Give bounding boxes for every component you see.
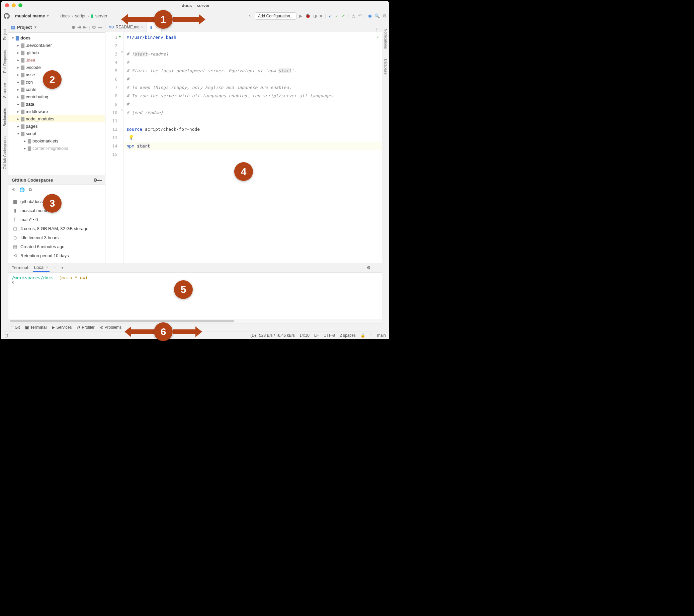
rollback-icon[interactable]: ↶ bbox=[358, 13, 362, 18]
terminal-scrollbar[interactable] bbox=[8, 319, 382, 323]
code-line-8[interactable]: # To run the server with all languages e… bbox=[124, 92, 382, 100]
bottom-tab-git[interactable]: ᚶGit bbox=[11, 325, 20, 330]
tool-window-project[interactable]: Project bbox=[3, 29, 7, 40]
crumb-server[interactable]: server bbox=[95, 13, 107, 18]
tool-window-bookmarks[interactable]: Bookmarks bbox=[3, 108, 7, 126]
code-line-11[interactable] bbox=[124, 117, 382, 125]
search-icon[interactable]: 🔍 bbox=[375, 13, 380, 18]
fold-icon[interactable]: ⊖ bbox=[121, 50, 123, 54]
bottom-tab-profiler[interactable]: ◔Profiler bbox=[77, 325, 94, 330]
intention-bulb-icon[interactable]: 💡 bbox=[128, 135, 134, 140]
tree-node-.devcontainer[interactable]: ▸▇.devcontainer bbox=[8, 41, 105, 49]
code-line-12[interactable]: source script/check-for-node bbox=[124, 125, 382, 133]
close-icon[interactable] bbox=[5, 3, 9, 7]
push-icon[interactable]: ↗ bbox=[341, 13, 345, 18]
add-configuration-button[interactable]: Add Configuration... bbox=[255, 12, 296, 20]
update-icon[interactable]: ✓ bbox=[335, 13, 339, 18]
code-line-9[interactable]: # bbox=[124, 100, 382, 108]
debug-icon[interactable]: 🐞 bbox=[305, 13, 311, 18]
status-bar-icon[interactable]: ▢ bbox=[4, 333, 8, 338]
tree-node-docs[interactable]: ▾▇docs bbox=[8, 34, 105, 41]
build-icon[interactable]: ↖ bbox=[249, 13, 252, 18]
lock-icon[interactable]: 🔒 bbox=[360, 333, 365, 338]
status-indent[interactable]: 2 spaces bbox=[340, 333, 356, 338]
status-caret-pos[interactable]: 14:10 bbox=[299, 333, 310, 338]
refresh-icon[interactable]: ⟲ bbox=[12, 187, 15, 192]
code-line-10[interactable]: # [end-readme] bbox=[124, 108, 382, 117]
code-line-1[interactable]: #!/usr/bin/env bash bbox=[124, 33, 382, 41]
expand-all-icon[interactable]: ⇥ bbox=[77, 25, 81, 30]
new-tab-icon[interactable]: ＋ bbox=[53, 265, 57, 271]
code-line-2[interactable] bbox=[124, 41, 382, 50]
code-area[interactable]: ✓ 💡 #!/usr/bin/env bash# [start-readme]#… bbox=[124, 32, 382, 263]
status-network[interactable]: (D) ↑528 B/s / ↓6.46 kB/s bbox=[250, 333, 295, 338]
status-encoding[interactable]: UTF-8 bbox=[324, 333, 335, 338]
project-dropdown[interactable]: musical meme ▼ bbox=[12, 12, 53, 19]
code-line-15[interactable] bbox=[124, 150, 382, 158]
bottom-tab-services[interactable]: ▶Services bbox=[52, 325, 72, 330]
tree-node-.github[interactable]: ▸▇.github bbox=[8, 49, 105, 56]
panel-settings-icon[interactable]: ⚙ bbox=[93, 178, 97, 183]
code-line-13[interactable] bbox=[124, 133, 382, 142]
terminal-tool-window: Terminal: Local × ＋ ▼ ⚙ — /workspaces/do… bbox=[8, 263, 382, 323]
coverage-icon[interactable]: ◑ bbox=[313, 13, 317, 18]
close-icon[interactable]: × bbox=[141, 25, 143, 29]
crumb-script[interactable]: script bbox=[75, 13, 85, 18]
tool-window-database[interactable]: Database bbox=[384, 59, 388, 75]
tree-node-.vscode[interactable]: ▸▇.vscode bbox=[8, 63, 105, 71]
code-line-14[interactable]: npm start bbox=[124, 142, 382, 150]
hide-icon[interactable]: — bbox=[97, 178, 102, 183]
bottom-tab-terminal[interactable]: ▣Terminal bbox=[25, 325, 47, 330]
panel-settings-icon[interactable]: ⚙ bbox=[92, 25, 96, 30]
tree-node-node_modules[interactable]: ▸▇node_modules bbox=[8, 115, 105, 123]
code-line-6[interactable]: # bbox=[124, 75, 382, 83]
chevron-down-icon[interactable]: ▼ bbox=[60, 266, 64, 269]
fold-icon[interactable]: ⊖ bbox=[121, 108, 123, 112]
tree-node-bookmarklets[interactable]: ▸▇bookmarklets bbox=[8, 137, 105, 145]
globe-icon[interactable]: 🌐 bbox=[19, 187, 25, 192]
copy-icon[interactable]: ⧉ bbox=[29, 187, 32, 192]
tool-window-structure[interactable]: Structure bbox=[3, 83, 7, 98]
tree-node-data[interactable]: ▸▇data bbox=[8, 100, 105, 108]
tree-node-.idea[interactable]: ▸▇.idea bbox=[8, 56, 105, 63]
status-line-ending[interactable]: LF bbox=[314, 333, 319, 338]
maximize-icon[interactable] bbox=[18, 3, 22, 7]
run-gutter-icon[interactable]: ▶ bbox=[119, 34, 121, 38]
chevron-down-icon[interactable]: ▼ bbox=[34, 25, 37, 29]
code-line-4[interactable]: # bbox=[124, 58, 382, 67]
code-line-5[interactable]: # Starts the local development server. E… bbox=[124, 67, 382, 75]
tool-window-github-codespaces[interactable]: GitHub Codespaces bbox=[3, 136, 7, 169]
tree-node-middleware[interactable]: ▸▇middleware bbox=[8, 108, 105, 115]
tool-window-notifications[interactable]: Notifications bbox=[384, 29, 388, 49]
terminal-tab-local[interactable]: Local × bbox=[33, 263, 50, 272]
terminal-body[interactable]: /workspaces/docs (main * u=) $ bbox=[8, 273, 382, 319]
tree-node-pages[interactable]: ▸▇pages bbox=[8, 123, 105, 130]
settings-icon[interactable]: ⚙ bbox=[382, 13, 386, 18]
tabs-more-icon[interactable]: ⋮ bbox=[371, 27, 382, 32]
commit-icon[interactable]: ↙ bbox=[329, 13, 332, 18]
inspection-ok-icon[interactable]: ✓ bbox=[377, 34, 379, 39]
crumb-docs[interactable]: docs bbox=[60, 13, 70, 18]
code-line-7[interactable]: # To keep things snappy, only English an… bbox=[124, 83, 382, 92]
sh-file-icon: ▮ bbox=[150, 25, 152, 29]
panel-settings-icon[interactable]: ⚙ bbox=[367, 265, 371, 270]
code-with-me-icon[interactable]: ◉ bbox=[368, 13, 372, 18]
tree-node-contributing[interactable]: ▸▇contributing bbox=[8, 93, 105, 100]
select-opened-icon[interactable]: ⊕ bbox=[72, 25, 75, 30]
tree-node-content-migrations[interactable]: ▸▇content-migrations bbox=[8, 145, 105, 152]
status-branch[interactable]: main bbox=[377, 333, 386, 338]
code-line-3[interactable]: # [start-readme] bbox=[124, 50, 382, 58]
collapse-all-icon[interactable]: ⇤ bbox=[83, 25, 87, 30]
close-icon[interactable]: × bbox=[46, 265, 49, 270]
minimize-icon[interactable] bbox=[12, 3, 16, 7]
tool-window-pull-requests[interactable]: Pull Requests bbox=[3, 50, 7, 73]
breadcrumb: docs › script › ▮ server bbox=[60, 13, 107, 18]
hide-icon[interactable]: — bbox=[374, 265, 379, 270]
bottom-tab-problems[interactable]: ⊘Problems bbox=[100, 325, 122, 330]
history-icon[interactable]: ◷ bbox=[352, 13, 355, 18]
hide-icon[interactable]: — bbox=[98, 25, 103, 30]
project-tree[interactable]: ▾▇docs▸▇.devcontainer▸▇.github▸▇.idea▸▇.… bbox=[8, 33, 105, 175]
stop-icon[interactable]: ■ bbox=[319, 13, 322, 18]
tree-node-script[interactable]: ▾▇script bbox=[8, 130, 105, 137]
run-icon[interactable]: ▶ bbox=[299, 13, 303, 18]
